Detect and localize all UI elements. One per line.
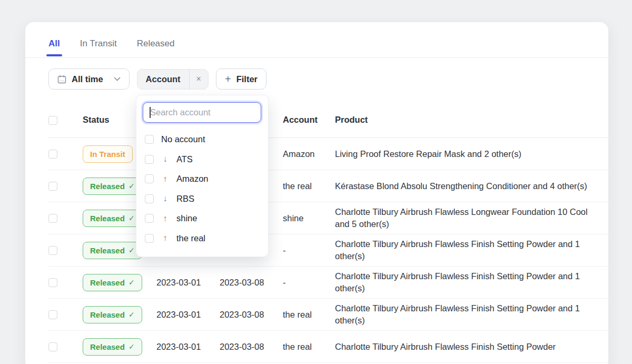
status-badge: Released ✓ — [83, 210, 142, 227]
account-option-label: No account — [161, 134, 205, 144]
tab-bar: All In Transit Released — [25, 22, 608, 58]
row-checkbox[interactable] — [48, 278, 57, 287]
account-option[interactable]: ↑ the real — [136, 229, 268, 249]
account-cell: Amazon — [283, 148, 335, 160]
row-checkbox[interactable] — [48, 246, 57, 255]
status-label: Released — [90, 277, 125, 289]
status-badge: Released ✓ — [83, 178, 142, 195]
status-label: Released — [90, 212, 125, 224]
account-option[interactable]: ↓ ATS — [136, 150, 268, 170]
option-checkbox[interactable] — [145, 234, 154, 243]
option-checkbox[interactable] — [145, 214, 154, 223]
row-checkbox[interactable] — [48, 342, 57, 351]
account-option-label: ATS — [176, 154, 193, 164]
trend-arrow-icon: ↑ — [161, 174, 169, 184]
remove-filter-icon[interactable]: × — [190, 70, 208, 89]
trend-arrow-icon: ↑ — [161, 214, 169, 223]
account-filter-label: Account — [137, 70, 189, 89]
product-cell: Charlotte Tilbury Airbrush Flawless Fini… — [335, 341, 608, 353]
account-option[interactable]: ↑ Amazon — [136, 169, 268, 189]
account-filter-chip[interactable]: Account × — [137, 69, 209, 90]
trend-arrow-icon: ↑ — [161, 233, 169, 243]
status-badge: In Transit — [83, 145, 133, 163]
account-option-label: Amazon — [176, 174, 209, 184]
add-filter-button[interactable]: + Filter — [216, 68, 266, 90]
account-option[interactable]: ↑ shine — [136, 209, 268, 229]
account-option-label: shine — [176, 213, 197, 223]
account-cell: - — [283, 244, 335, 257]
check-icon: ✓ — [129, 341, 135, 353]
status-badge: Released ✓ — [83, 306, 142, 323]
account-cell: the real — [283, 341, 335, 353]
option-checkbox[interactable] — [145, 194, 154, 203]
date-cell-1: 2023-03-01 — [156, 277, 220, 289]
header-product: Product — [335, 115, 608, 125]
account-cell: the real — [283, 309, 335, 321]
product-cell: Charlotte Tilbury Airbrush Flawless Fini… — [335, 270, 608, 294]
main-panel: All In Transit Released All time Account… — [25, 22, 608, 364]
status-label: In Transit — [90, 148, 125, 160]
product-cell: Living Proof Restore Repair Mask and 2 o… — [335, 148, 608, 160]
status-label: Released — [90, 180, 125, 192]
shipments-table: Status Account Product In Transit Amazon… — [48, 90, 608, 363]
table-row: Released ✓ 2023-03-01 2023-03-08 - Charl… — [48, 267, 608, 299]
option-checkbox[interactable] — [145, 135, 154, 144]
tab[interactable]: In Transit — [80, 22, 117, 57]
row-checkbox[interactable] — [48, 182, 57, 191]
account-cell: the real — [283, 180, 335, 192]
plus-icon: + — [225, 74, 231, 84]
account-option[interactable]: No account — [136, 130, 268, 150]
product-cell: Charlotte Tilbury Airbrush Flawless Fini… — [335, 302, 608, 327]
table-row: In Transit Amazon Living Proof Restore R… — [48, 138, 608, 170]
table-row: Released ✓ 2023-03-01 2023-03-08 the rea… — [48, 331, 608, 363]
status-label: Released — [90, 309, 125, 321]
table-header: Status Account Product — [48, 90, 608, 138]
account-cell: shine — [283, 212, 335, 224]
option-checkbox[interactable] — [145, 155, 154, 164]
date-cell-1: 2023-03-01 — [156, 341, 220, 353]
row-checkbox[interactable] — [48, 214, 57, 223]
tab[interactable]: Released — [137, 22, 175, 57]
filter-bar: All time Account × + Filter — [48, 68, 608, 90]
row-checkbox[interactable] — [48, 310, 57, 319]
table-row: Released ✓ the real Kérastase Blond Abso… — [48, 170, 608, 202]
check-icon: ✓ — [129, 212, 135, 224]
status-label: Released — [90, 341, 125, 353]
date-cell-1: 2023-03-01 — [156, 309, 220, 321]
product-cell: Charlotte Tilbury Airbrush Flawless Long… — [335, 206, 608, 230]
table-row: Released ✓ shine Charlotte Tilbury Airbr… — [48, 202, 608, 234]
date-cell-2: 2023-03-08 — [220, 309, 283, 321]
table-row: Released ✓ - Charlotte Tilbury Airbrush … — [48, 234, 608, 267]
check-icon: ✓ — [129, 309, 135, 321]
option-checkbox[interactable] — [145, 174, 154, 183]
check-icon: ✓ — [129, 180, 135, 192]
status-badge: Released ✓ — [83, 242, 142, 259]
table-row: Released ✓ 2023-03-01 2023-03-08 the rea… — [48, 299, 608, 331]
account-option[interactable]: ↓ RBS — [136, 189, 268, 209]
date-cell-2: 2023-03-08 — [220, 277, 283, 289]
date-range-label: All time — [72, 74, 103, 84]
select-all-checkbox[interactable] — [48, 116, 57, 125]
status-badge: Released ✓ — [83, 338, 142, 356]
tab[interactable]: All — [48, 22, 60, 57]
account-cell: - — [283, 277, 335, 289]
date-range-button[interactable]: All time — [48, 68, 130, 90]
check-icon: ✓ — [129, 277, 135, 289]
trend-arrow-icon: ↓ — [161, 154, 169, 164]
account-filter-dropdown: No account ↓ ATS ↑ Amazon ↓ RBS ↑ shine … — [136, 95, 269, 257]
trend-arrow-icon: ↓ — [161, 194, 169, 203]
row-checkbox[interactable] — [48, 150, 57, 159]
product-cell: Kérastase Blond Absolu Strengthening Con… — [335, 180, 608, 192]
search-account-input[interactable] — [143, 102, 261, 123]
table-body: In Transit Amazon Living Proof Restore R… — [48, 138, 608, 363]
product-cell: Charlotte Tilbury Airbrush Flawless Fini… — [335, 238, 608, 262]
check-icon: ✓ — [129, 244, 135, 257]
status-label: Released — [90, 244, 125, 257]
text-caret — [150, 107, 151, 118]
status-badge: Released ✓ — [83, 274, 142, 291]
account-option-label: RBS — [176, 194, 194, 204]
account-option-label: the real — [176, 233, 205, 243]
calendar-icon — [57, 75, 66, 84]
header-account: Account — [283, 115, 335, 125]
add-filter-label: Filter — [236, 74, 258, 84]
